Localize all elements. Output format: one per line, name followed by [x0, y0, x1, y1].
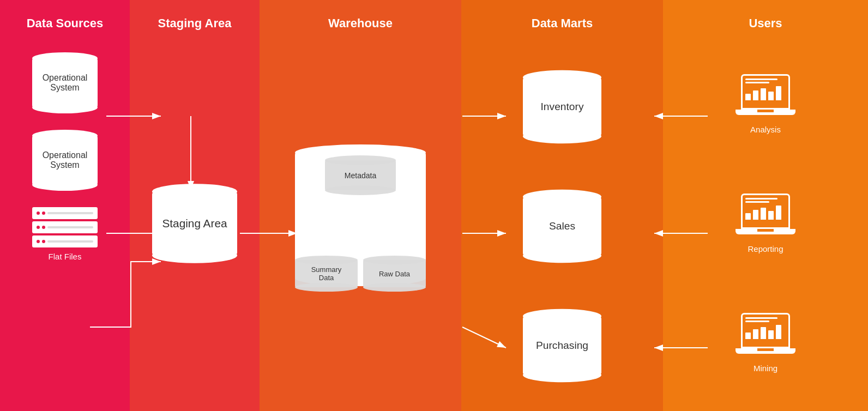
cyl-top — [152, 184, 237, 200]
server-row-2 — [32, 221, 98, 233]
server-dot — [37, 240, 40, 243]
screen-bars — [745, 204, 786, 220]
sales-label: Sales — [549, 220, 575, 232]
cyl-bottom — [523, 249, 601, 263]
cyl-body: OperationalSystem — [32, 58, 98, 107]
screen-bars — [745, 85, 786, 100]
metadata-label: Metadata — [345, 171, 376, 180]
screen-line — [745, 78, 777, 80]
datamarts-title: Data Marts — [532, 16, 593, 31]
purchasing-label: Purchasing — [536, 340, 588, 352]
server-row-3 — [32, 235, 98, 247]
users-title: Users — [749, 16, 782, 31]
laptop-notch — [757, 110, 774, 112]
bar — [776, 206, 781, 220]
screen-line — [745, 317, 777, 319]
op-sys-1-label: OperationalSystem — [43, 73, 88, 93]
bar — [761, 88, 766, 100]
rawdata-label: Raw Data — [379, 270, 410, 278]
sales-cylinder: Sales — [523, 190, 601, 263]
server-line — [47, 212, 93, 214]
bar — [768, 211, 774, 220]
col-datamarts: Data Marts Inventory Sales — [461, 0, 663, 411]
bar — [753, 90, 758, 100]
analysis-item: Analysis — [736, 74, 795, 134]
sales-item: Sales — [529, 196, 595, 257]
bar — [753, 210, 758, 220]
staging-label: Staging Area — [162, 217, 227, 229]
cyl-body: Sales — [523, 197, 601, 256]
datasources-title: Data Sources — [27, 16, 104, 31]
server-dot — [37, 211, 40, 215]
diagram: Data Sources OperationalSystem Operation… — [0, 0, 868, 411]
laptop-screen — [741, 74, 790, 110]
purchasing-cylinder: Purchasing — [523, 309, 601, 382]
laptop-base — [736, 348, 795, 354]
bar — [761, 208, 766, 220]
flat-files-item: Flat Files — [32, 207, 98, 261]
screen-line — [745, 82, 769, 83]
flat-files-icon — [32, 207, 98, 247]
screen-line — [745, 201, 769, 203]
server-stack — [32, 207, 98, 247]
bar — [776, 86, 781, 100]
inventory-cylinder: Inventory — [523, 70, 601, 143]
server-row-1 — [32, 207, 98, 219]
bar — [745, 213, 751, 220]
inventory-item: Inventory — [529, 76, 595, 137]
cyl-top — [523, 190, 601, 204]
server-dot — [42, 226, 45, 229]
staging-cylinder: Staging Area — [152, 184, 237, 263]
cyl-top — [32, 130, 98, 142]
bar — [768, 330, 774, 339]
reporting-item: Reporting — [736, 194, 795, 253]
col-users: Users — [663, 0, 868, 411]
op-sys-2-item: OperationalSystem — [32, 130, 98, 191]
bar — [745, 333, 751, 339]
screen-bars — [745, 324, 786, 339]
op-sys-2-cylinder: OperationalSystem — [32, 130, 98, 191]
laptop-notch — [757, 348, 774, 351]
cyl-bottom — [32, 179, 98, 191]
bar — [761, 327, 766, 339]
warehouse-inner: Metadata SummaryData Raw Data — [265, 47, 456, 400]
cyl-top — [523, 70, 601, 84]
mining-item: Mining — [736, 313, 795, 373]
cyl-body: Purchasing — [523, 316, 601, 375]
reporting-laptop-icon — [736, 194, 795, 234]
bar — [776, 325, 781, 339]
server-dot — [42, 211, 45, 215]
bar — [768, 92, 774, 100]
op-sys-1-item: OperationalSystem — [32, 52, 98, 113]
cyl-bottom — [152, 247, 237, 263]
staging-title: Staging Area — [158, 16, 232, 31]
cyl-bottom — [523, 129, 601, 143]
inventory-label: Inventory — [541, 101, 584, 113]
staging-content: Staging Area — [135, 47, 254, 400]
server-dot — [42, 240, 45, 243]
bar — [753, 329, 758, 339]
mining-laptop-icon — [736, 313, 795, 354]
reporting-label: Reporting — [748, 244, 783, 253]
cyl-body: Inventory — [523, 77, 601, 136]
laptop-screen — [741, 313, 790, 348]
cyl-bottom — [523, 368, 601, 382]
server-line — [47, 226, 93, 228]
mining-label: Mining — [754, 364, 777, 373]
laptop-base — [736, 110, 795, 115]
col-warehouse: Warehouse Metadata — [260, 0, 461, 411]
laptop-screen — [741, 194, 790, 229]
server-line — [47, 240, 93, 243]
col-staging: Staging Area Staging Area — [130, 0, 260, 411]
cyl-body: OperationalSystem — [32, 136, 98, 185]
server-dot — [37, 226, 40, 229]
op-sys-1-cylinder: OperationalSystem — [32, 52, 98, 113]
analysis-laptop-icon — [736, 74, 795, 115]
purchasing-item: Purchasing — [529, 315, 595, 376]
bar — [745, 94, 751, 100]
datamarts-content: Inventory Sales — [467, 52, 658, 400]
laptop-base — [736, 229, 795, 234]
screen-line — [745, 321, 769, 322]
laptop-notch — [757, 229, 774, 232]
analysis-label: Analysis — [750, 125, 781, 134]
